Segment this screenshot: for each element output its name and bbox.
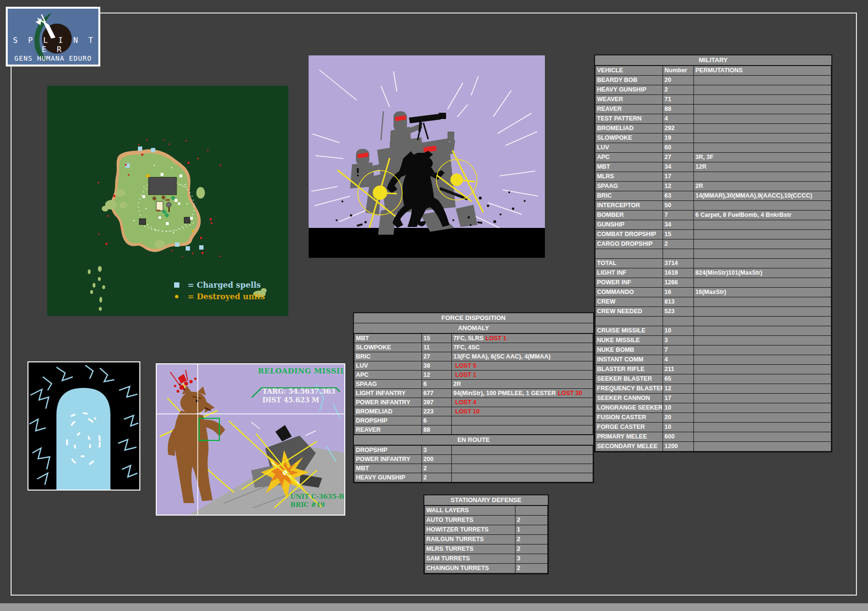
unit-note-cell (452, 464, 593, 473)
vehicle-name-cell: REAVER (596, 105, 663, 114)
vehicle-count-cell: 1200 (663, 442, 694, 452)
unit-count-cell: 223 (422, 407, 452, 416)
table-row: HEAVY GUNSHIP 2 (354, 473, 593, 482)
table-row: LIGHT INF 1619 824(MinStr)101(MaxStr) (596, 268, 831, 278)
table-row: CARGO DROPSHIP 2 (596, 239, 831, 249)
table-row: DROPSHIP 6 (354, 416, 593, 425)
vehicle-count-cell: 813 (663, 297, 694, 307)
unit-id-label: UNIT C-3635-B BRIC #19 (290, 492, 344, 509)
vehicle-name-cell: LONGRANGE SEEKER (596, 403, 663, 413)
vehicle-count-cell: 10 (663, 326, 694, 336)
vehicle-perm-cell (694, 336, 831, 345)
map-panel: = Charged spells = Destroyed units (47, 86, 288, 316)
table-row: SEEKER CANNON 17 (596, 394, 831, 403)
unit-note-cell: 94(MinStr), 100 PMELEE, 1 GESTERLOST 30 (452, 389, 593, 398)
vehicle-perm-cell (694, 105, 831, 114)
vehicle-count-cell: 3714 (663, 259, 694, 268)
vehicle-perm-cell (694, 76, 831, 85)
vehicle-name-cell: TOTAL (596, 259, 663, 268)
vehicle-perm-cell (694, 249, 831, 259)
defense-name-cell: SAM TURRETS (425, 554, 515, 564)
legend-destroyed-label: = Destroyed units (188, 292, 265, 301)
vehicle-name-cell: APC (596, 153, 663, 162)
vehicle-name-cell: SEEKER CANNON (596, 394, 663, 403)
table-row: POWER INFANTRY 200 (354, 455, 593, 464)
unit-name-cell: BROMELIAD (354, 407, 422, 416)
lost-badge: LOST 30 (558, 390, 583, 397)
vehicle-perm-cell (694, 384, 831, 394)
vehicle-count-cell: 12 (663, 384, 694, 394)
force-table-title: FORCE DISPOSITION (354, 313, 593, 323)
vehicle-perm-cell (694, 239, 831, 249)
vehicle-count-cell: 2 (663, 239, 694, 249)
table-row: BLASTER RIFLE 211 (596, 365, 831, 374)
vehicle-perm-cell (694, 143, 831, 153)
vehicle-name-cell: LIGHT INF (596, 268, 663, 278)
vehicle-perm-cell: 3R, 3F (694, 153, 831, 162)
stationary-table-title: STATIONARY DEFENSE (424, 495, 548, 505)
vehicle-name-cell: CREW (596, 297, 663, 307)
table-row: CHAINGUN TURRETS 2 (425, 564, 548, 573)
target-coordinates: TARG: 54.5637.363 (262, 387, 336, 395)
vehicle-count-cell: 600 (663, 432, 694, 442)
vehicle-count-cell: 65 (663, 374, 694, 384)
logo-panel: S P L I N T E R GENS HUMANA EDURO (6, 7, 100, 66)
table-row: APC 12 LOST 1 (354, 371, 593, 380)
unit-count-cell: 6 (422, 380, 452, 389)
defense-name-cell: HOWITZER TURRETS (425, 525, 515, 535)
defense-name-cell: MLRS TURRETS (425, 545, 515, 554)
unit-count-cell: 11 (422, 343, 452, 352)
military-header-row: VEHICLE Number PERMUTATIONS (596, 66, 831, 76)
vehicle-count-cell: 10 (663, 423, 694, 432)
unit-count-cell: 12 (422, 371, 452, 380)
vehicle-name-cell: BOMBER (596, 211, 663, 220)
unit-note-cell: 13(FC MAA), 6(SC AAC), 4(MMAA) (452, 352, 593, 361)
page: S P L I N T E R GENS HUMANA EDURO (0, 0, 868, 611)
vehicle-perm-cell (694, 442, 831, 452)
unit-count-cell: 677 (422, 389, 452, 398)
table-row: AUTO TURRETS 2 (425, 516, 548, 525)
vehicle-name-cell: CARGO DROPSHIP (596, 239, 663, 249)
enroute-section-title: EN ROUTE (354, 435, 593, 445)
vehicle-perm-cell (694, 297, 831, 307)
vehicle-name-cell: GUNSHIP (596, 220, 663, 230)
vehicle-perm-cell: 2R (694, 182, 831, 191)
table-row: LONGRANGE SEEKER 10 (596, 403, 831, 413)
table-row: BOMBER 7 6 Carpet, 8 FuelBomb, 4 BnkrBst… (596, 211, 831, 220)
vehicle-name-cell: CRUISE MISSILE (596, 326, 663, 336)
unit-count-cell: 200 (422, 455, 452, 464)
vehicle-perm-cell (694, 124, 831, 133)
vehicle-perm-cell (694, 355, 831, 365)
vehicle-perm-cell (694, 326, 831, 336)
table-row: NUKE BOMB 7 (596, 345, 831, 355)
vehicle-perm-cell (694, 423, 831, 432)
vehicle-name-cell: MLRS (596, 172, 663, 182)
table-row: WEAVER 71 (596, 95, 831, 105)
vehicle-name-cell: FUSION CASTER (596, 413, 663, 423)
vehicle-name-cell: LUV (596, 143, 663, 153)
table-row: CREW 813 (596, 297, 831, 307)
table-row: APC 27 3R, 3F (596, 153, 831, 162)
unit-count-cell: 2 (422, 473, 452, 482)
col-vehicle: VEHICLE (596, 66, 663, 76)
vehicle-perm-cell (694, 394, 831, 403)
unit-note-cell: LOST 10 (452, 407, 593, 416)
unit-count-cell: 38 (422, 361, 452, 371)
defense-count-cell: 3 (515, 554, 548, 564)
defense-count-cell: 2 (515, 545, 548, 554)
unit-count-cell: 2 (422, 464, 452, 473)
table-row: MBT 34 12R (596, 162, 831, 172)
lost-badge: LOST 1 (486, 335, 507, 342)
vehicle-name-cell: BLASTER RIFLE (596, 365, 663, 374)
table-row: HEAVY GUNSHIP 2 (596, 85, 831, 95)
table-row: BRIC 63 14(MMAR),30(MMAA),9(AACC),10(CCC… (596, 191, 831, 201)
vehicle-name-cell: BRIC (596, 191, 663, 201)
table-row: WALL LAYERS (425, 506, 548, 516)
table-row: TEST PATTERN 4 (596, 114, 831, 124)
table-row: LUV 38 LOST 5 (354, 361, 593, 371)
defense-count-cell: 1 (515, 525, 548, 535)
vehicle-count-cell (663, 249, 694, 259)
table-row: CREW NEEDED 523 (596, 307, 831, 317)
lost-badge: LOST 1 (455, 372, 476, 378)
vehicle-perm-cell (694, 201, 831, 211)
